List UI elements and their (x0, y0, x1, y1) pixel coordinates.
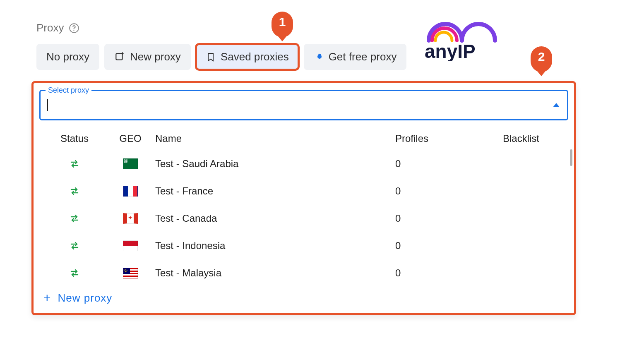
proxy-profiles: 0 (395, 213, 503, 224)
anyip-logo: anyIP (421, 20, 503, 61)
saved-proxies-label: Saved proxies (221, 50, 289, 63)
new-proxy-tab[interactable]: New proxy (104, 44, 191, 70)
help-icon[interactable] (69, 23, 79, 34)
status-icon (43, 214, 106, 223)
proxy-name: Test - France (155, 185, 395, 197)
status-icon (43, 242, 106, 250)
status-icon (43, 160, 106, 168)
proxy-profiles: 0 (395, 185, 503, 197)
flag-icon (106, 213, 155, 224)
proxy-dropdown-panel: Select proxy Status GEO Name Profiles Bl… (31, 81, 576, 315)
table-row[interactable]: Test - Indonesia 0 (34, 232, 574, 259)
scrollbar[interactable] (570, 149, 572, 166)
new-proxy-icon (114, 52, 125, 62)
proxy-profiles: 0 (395, 240, 503, 252)
select-proxy-legend: Select proxy (46, 86, 91, 95)
no-proxy-tab[interactable]: No proxy (36, 44, 99, 70)
table-row[interactable]: Test - Malaysia 0 (34, 259, 574, 287)
header: Proxy (36, 22, 79, 34)
get-free-proxy-label: Get free proxy (329, 50, 397, 63)
text-cursor (47, 99, 48, 111)
table-row[interactable]: Test - Canada 0 (34, 205, 574, 232)
flame-icon (314, 52, 324, 62)
col-geo: GEO (106, 133, 155, 144)
svg-text:anyIP: anyIP (425, 41, 476, 61)
saved-proxies-tab[interactable]: Saved proxies (196, 44, 299, 70)
flag-icon (106, 158, 155, 169)
col-profiles: Profiles (395, 133, 503, 144)
annotation-number: 1 (279, 15, 286, 29)
no-proxy-label: No proxy (46, 50, 89, 63)
new-proxy-label: New proxy (130, 50, 181, 63)
svg-rect-2 (116, 53, 122, 60)
flag-icon (106, 186, 155, 197)
proxy-name: Test - Malaysia (155, 267, 395, 279)
col-name: Name (155, 133, 395, 144)
proxy-table: Status GEO Name Profiles Blacklist Test … (34, 127, 574, 287)
table-header: Status GEO Name Profiles Blacklist (34, 127, 574, 150)
proxy-profiles: 0 (395, 158, 503, 170)
table-row[interactable]: Test - Saudi Arabia 0 (34, 150, 574, 177)
select-proxy-field[interactable]: Select proxy (39, 90, 568, 120)
annotation-marker-1: 1 (272, 12, 293, 37)
proxy-name: Test - Saudi Arabia (155, 158, 395, 170)
status-icon (43, 187, 106, 195)
bookmark-icon (206, 52, 216, 62)
proxy-tabs: No proxy New proxy Saved proxies Get fre… (36, 44, 406, 70)
flag-icon (106, 240, 155, 251)
new-proxy-link[interactable]: + New proxy (43, 291, 112, 305)
proxy-name: Test - Indonesia (155, 240, 395, 252)
annotation-marker-2: 2 (531, 46, 552, 72)
new-proxy-link-label: New proxy (58, 292, 113, 304)
plus-icon: + (43, 291, 51, 305)
annotation-number: 2 (538, 50, 545, 64)
flag-icon (106, 268, 155, 278)
col-status: Status (43, 133, 106, 144)
proxy-profiles: 0 (395, 267, 503, 279)
col-blacklist: Blacklist (503, 133, 573, 144)
get-free-proxy-tab[interactable]: Get free proxy (304, 44, 407, 70)
chevron-up-icon[interactable] (553, 103, 560, 107)
table-row[interactable]: Test - France 0 (34, 177, 574, 205)
status-icon (43, 269, 106, 277)
svg-point-1 (74, 30, 74, 31)
header-label: Proxy (36, 22, 64, 34)
proxy-name: Test - Canada (155, 213, 395, 224)
